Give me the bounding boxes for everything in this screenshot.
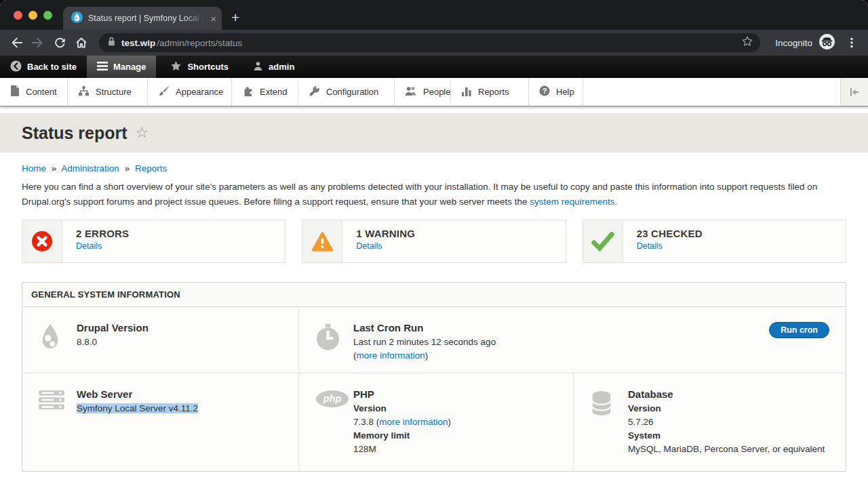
- drupal-favicon: [71, 12, 83, 26]
- browser-tab[interactable]: Status report | Symfony Local Se ×: [63, 7, 222, 30]
- admin-user-tab[interactable]: admin: [243, 56, 304, 78]
- incognito-icon: [818, 33, 835, 53]
- errors-details-link[interactable]: Details: [76, 241, 102, 251]
- menu-item-reports[interactable]: Reports: [451, 78, 529, 106]
- database-version-value: 5.7.26: [628, 415, 832, 429]
- errors-card: 2 ERRORS Details: [22, 220, 285, 263]
- reports-icon: [461, 86, 472, 98]
- breadcrumb: Home » Administration » Reports: [22, 163, 846, 174]
- people-icon: [405, 85, 417, 98]
- checked-card: 23 CHECKED Details: [583, 220, 846, 263]
- content-icon: [10, 85, 20, 98]
- new-tab-button[interactable]: +: [231, 9, 239, 26]
- menu-item-configuration[interactable]: Configuration: [298, 78, 395, 106]
- url-bar[interactable]: test.wip /admin/reports/status: [99, 33, 760, 52]
- shortcuts-tab[interactable]: Shortcuts: [160, 56, 239, 78]
- zoom-window-button[interactable]: [43, 11, 52, 20]
- tab-strip: Status report | Symfony Local Se × +: [0, 0, 868, 30]
- forward-icon[interactable]: [28, 33, 47, 52]
- cron-more-info: (more information): [353, 349, 832, 363]
- php-icon: php: [315, 390, 349, 411]
- error-icon: [22, 220, 62, 262]
- php-version-label: Version: [353, 402, 559, 415]
- warning-count-label: 1 WARNING: [356, 228, 415, 239]
- panel-header: GENERAL SYSTEM INFORMATION: [22, 283, 846, 307]
- back-to-site-link[interactable]: Back to site: [0, 56, 87, 78]
- cron-more-information-link[interactable]: more information: [357, 350, 425, 361]
- user-icon: [253, 61, 263, 73]
- clock-icon: [315, 323, 340, 353]
- web-server-title: Web Server: [77, 388, 285, 400]
- url-host: test.wip: [121, 38, 155, 48]
- checked-details-link[interactable]: Details: [637, 241, 663, 251]
- tab-title: Status report | Symfony Local Se: [88, 14, 205, 23]
- server-icon: [39, 390, 64, 413]
- intro-text: Here you can find a short overview of yo…: [22, 182, 817, 207]
- menu-item-people[interactable]: People: [395, 78, 451, 106]
- cron-status: Last run 2 minutes 12 seconds ago: [353, 336, 832, 349]
- collapse-left-icon: [849, 87, 860, 97]
- appearance-icon: [158, 85, 170, 99]
- svg-text:php: php: [323, 393, 342, 404]
- database-title: Database: [628, 388, 832, 400]
- database-system-label: System: [628, 429, 832, 443]
- menu-item-structure[interactable]: Structure: [68, 78, 148, 106]
- window-controls: [0, 0, 63, 30]
- php-title: PHP: [353, 388, 559, 400]
- php-version-value: 7.3.8 (more information): [353, 415, 559, 429]
- svg-text:?: ?: [542, 87, 547, 95]
- status-summary-cards: 2 ERRORS Details 1 WARNING Details 23: [22, 220, 846, 263]
- incognito-label: Incognito: [775, 38, 812, 48]
- database-system-value: MySQL, MariaDB, Percona Server, or equiv…: [628, 443, 832, 456]
- close-window-button[interactable]: [14, 11, 22, 20]
- shortcut-star-icon[interactable]: ☆: [136, 125, 149, 140]
- warning-details-link[interactable]: Details: [356, 241, 382, 251]
- database-icon: [590, 390, 613, 420]
- intro-paragraph: Here you can find a short overview of yo…: [22, 180, 846, 209]
- menu-item-extend[interactable]: Extend: [232, 78, 298, 106]
- warning-card: 1 WARNING Details: [302, 220, 566, 263]
- breadcrumb-separator: »: [125, 163, 130, 174]
- warning-icon: [302, 220, 342, 262]
- cron-title: Last Cron Run: [353, 322, 832, 333]
- admin-username-label: admin: [269, 62, 294, 72]
- bookmark-star-icon[interactable]: [741, 35, 753, 50]
- reload-icon[interactable]: [50, 33, 69, 52]
- run-cron-button[interactable]: Run cron: [769, 322, 829, 338]
- manage-tab[interactable]: Manage: [87, 56, 156, 78]
- minimize-window-button[interactable]: [28, 11, 37, 20]
- incognito-indicator[interactable]: Incognito: [775, 33, 835, 53]
- page-title-band: Status report ☆: [0, 113, 868, 152]
- php-memory-label: Memory limit: [353, 429, 559, 443]
- browser-menu-icon[interactable]: [842, 33, 861, 52]
- cron-cell: Last Cron Run Last run 2 minutes 12 seco…: [299, 307, 846, 373]
- system-requirements-link[interactable]: system requirements.: [530, 197, 617, 207]
- tab-close-icon[interactable]: ×: [210, 14, 216, 24]
- menu-item-appearance[interactable]: Appearance: [148, 78, 232, 106]
- drupal-admin-menu: Content Structure Appearance Extend Conf…: [0, 78, 868, 106]
- web-server-cell: Web Server Symfony Local Server v4.11.2: [22, 373, 299, 471]
- lock-icon[interactable]: [107, 36, 116, 49]
- toolbar-orientation-toggle[interactable]: [840, 78, 868, 106]
- back-icon[interactable]: [7, 33, 26, 52]
- structure-icon: [78, 85, 90, 98]
- menu-item-help[interactable]: ? Help: [529, 78, 583, 106]
- browser-toolbar: test.wip /admin/reports/status Incognito: [0, 30, 868, 56]
- web-server-value: Symfony Local Server v4.11.2: [77, 403, 198, 413]
- back-to-site-label: Back to site: [27, 62, 77, 72]
- check-icon: [583, 220, 623, 262]
- breadcrumb-reports-link[interactable]: Reports: [135, 163, 167, 174]
- menu-item-content[interactable]: Content: [0, 78, 68, 106]
- url-path: /admin/reports/status: [157, 38, 242, 48]
- home-icon[interactable]: [72, 33, 91, 52]
- drupal-version-value: 8.8.0: [77, 336, 285, 349]
- php-more-information-link[interactable]: more information: [379, 417, 448, 427]
- drupal-drop-icon: [39, 323, 62, 354]
- page-title: Status report: [22, 123, 127, 143]
- breadcrumb-separator: »: [52, 163, 57, 174]
- errors-count-label: 2 ERRORS: [76, 228, 129, 239]
- breadcrumb-administration-link[interactable]: Administration: [61, 163, 119, 174]
- drupal-version-title: Drupal Version: [77, 322, 285, 333]
- breadcrumb-home-link[interactable]: Home: [22, 163, 46, 174]
- shortcuts-label: Shortcuts: [187, 62, 229, 72]
